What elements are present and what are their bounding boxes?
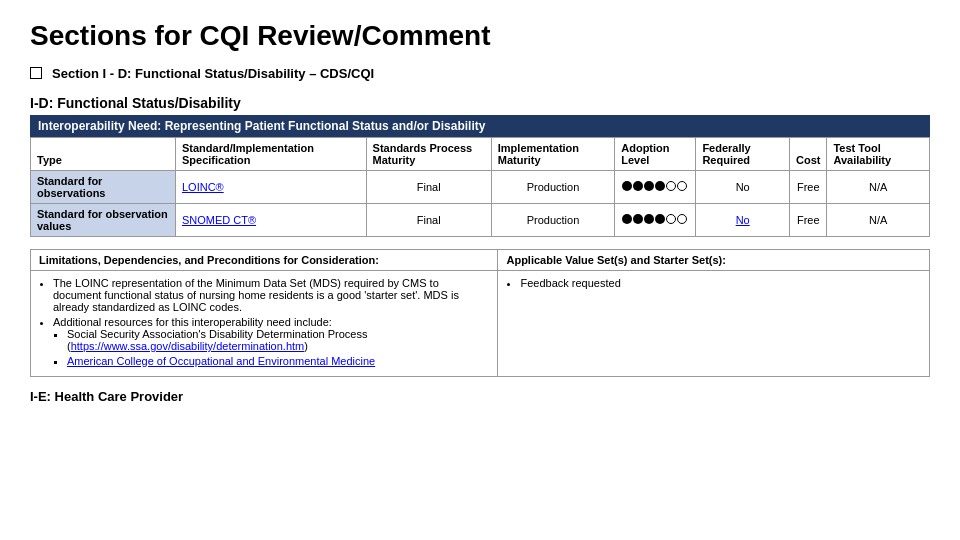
standard-link-1[interactable]: SNOMED CT® (182, 214, 256, 226)
dot-filled (644, 181, 654, 191)
bottom-col1-header: Limitations, Dependencies, and Precondit… (31, 250, 498, 271)
dot-filled (633, 181, 643, 191)
bottom-sub-item-2: American College of Occupational and Env… (67, 355, 489, 367)
dot-filled (622, 181, 632, 191)
col-cost: Cost (790, 138, 827, 171)
dot-filled (655, 214, 665, 224)
federally-required-link-1[interactable]: No (736, 214, 750, 226)
row-standard-0: LOINC® (175, 171, 366, 204)
feedback-item: Feedback requested (520, 277, 921, 289)
dot-filled (644, 214, 654, 224)
row-cost-1: Free (790, 204, 827, 237)
row-adoption-1 (615, 204, 696, 237)
bottom-item-1: The LOINC representation of the Minimum … (53, 277, 489, 313)
bottom-col2-content: Feedback requested (498, 271, 930, 377)
row-federally-required-1: No (696, 204, 790, 237)
row-type-0: Standard for observations (31, 171, 176, 204)
row-test-tool-0: N/A (827, 171, 930, 204)
interop-header: Interoperability Need: Representing Pati… (30, 115, 930, 137)
dot-empty (677, 181, 687, 191)
bottom-table: Limitations, Dependencies, and Precondit… (30, 249, 930, 377)
col-type: Type (31, 138, 176, 171)
section-checkbox[interactable] (30, 67, 42, 79)
dot-empty (666, 181, 676, 191)
bottom-sub-item-1: Social Security Association's Disability… (67, 328, 489, 352)
row-test-tool-1: N/A (827, 204, 930, 237)
acoem-link[interactable]: American College of Occupational and Env… (67, 355, 375, 367)
dot-filled (655, 181, 665, 191)
bottom-col1-content: The LOINC representation of the Minimum … (31, 271, 498, 377)
row-implementation-1: Production (491, 204, 614, 237)
col-adoption: Adoption Level (615, 138, 696, 171)
row-standards-process-0: Final (366, 171, 491, 204)
main-table: Type Standard/Implementation Specificati… (30, 137, 930, 237)
row-type-1: Standard for observation values (31, 204, 176, 237)
bottom-table-row: The LOINC representation of the Minimum … (31, 271, 930, 377)
col-implementation: Implementation Maturity (491, 138, 614, 171)
row-standard-1: SNOMED CT® (175, 204, 366, 237)
col-test-tool: Test Tool Availability (827, 138, 930, 171)
table-section: I-D: Functional Status/Disability Intero… (30, 95, 930, 237)
dot-empty (677, 214, 687, 224)
row-implementation-0: Production (491, 171, 614, 204)
col-federally-required: Federally Required (696, 138, 790, 171)
row-adoption-0 (615, 171, 696, 204)
dot-filled (622, 214, 632, 224)
bottom-col2-header: Applicable Value Set(s) and Starter Set(… (498, 250, 930, 271)
dot-filled (633, 214, 643, 224)
ssa-link[interactable]: https://www.ssa.gov/disability/determina… (71, 340, 305, 352)
row-cost-0: Free (790, 171, 827, 204)
dot-empty (666, 214, 676, 224)
table-section-title: I-D: Functional Status/Disability (30, 95, 930, 111)
col-standards-process: Standards Process Maturity (366, 138, 491, 171)
page-title: Sections for CQI Review/Comment (30, 20, 930, 52)
standard-link-0[interactable]: LOINC® (182, 181, 224, 193)
next-section-title: I-E: Health Care Provider (30, 389, 930, 404)
col-standard: Standard/Implementation Specification (175, 138, 366, 171)
section-label: Section I - D: Functional Status/Disabil… (52, 66, 374, 81)
row-standards-process-1: Final (366, 204, 491, 237)
bottom-item-2: Additional resources for this interopera… (53, 316, 489, 367)
row-federally-required-0: No (696, 171, 790, 204)
section-check-row: Section I - D: Functional Status/Disabil… (30, 66, 930, 81)
